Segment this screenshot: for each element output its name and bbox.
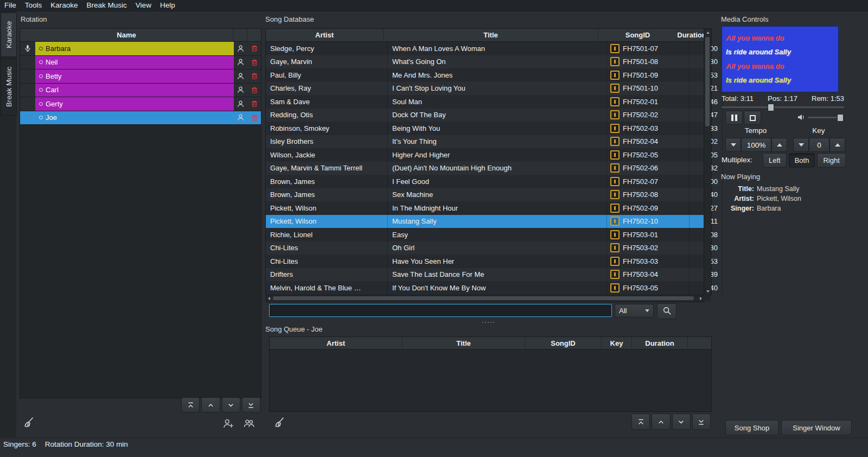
clear-queue-button[interactable] bbox=[271, 415, 289, 432]
rotation-row[interactable]: Joe bbox=[20, 111, 261, 125]
song-row[interactable]: Richie, LionelEasyFH7503-014:08 bbox=[266, 228, 704, 242]
scroll-right-icon[interactable] bbox=[700, 297, 702, 300]
songdb-column-duration[interactable]: Duration bbox=[678, 29, 706, 41]
scroll-up-icon[interactable] bbox=[704, 29, 711, 36]
song-row[interactable]: Sam & DaveSoul ManFH7502-012:46 bbox=[266, 95, 704, 109]
queue-column-title[interactable]: Title bbox=[403, 337, 525, 349]
menu-break-music[interactable]: Break Music bbox=[82, 0, 131, 11]
song-row[interactable]: Robinson, SmokeyBeing With YouFH7502-034… bbox=[266, 122, 704, 135]
scroll-left-icon[interactable] bbox=[268, 297, 270, 300]
key-value: 0 bbox=[809, 138, 829, 152]
song-shop-button[interactable]: Song Shop bbox=[725, 420, 778, 435]
menu-view[interactable]: View bbox=[131, 0, 156, 11]
song-row[interactable]: Gaye, MarvinWhat's Going OnFH7501-083:30 bbox=[266, 55, 704, 69]
rotation-column-name[interactable]: Name bbox=[20, 29, 233, 41]
song-row[interactable]: Pickett, WilsonIn The Midnight HourFH750… bbox=[266, 201, 704, 215]
queue-move-up-button[interactable] bbox=[652, 414, 670, 430]
singer-info-button[interactable] bbox=[234, 84, 247, 97]
tab-karaoke[interactable]: Karaoke bbox=[1, 12, 17, 57]
singer-delete-button[interactable] bbox=[247, 97, 261, 111]
rotation-row[interactable]: Barbara bbox=[20, 42, 261, 56]
scrollbar-thumb[interactable] bbox=[705, 37, 710, 126]
queue-column-key[interactable]: Key bbox=[602, 337, 632, 349]
rotation-row[interactable]: Betty bbox=[20, 69, 261, 84]
position-slider[interactable] bbox=[722, 103, 844, 111]
song-row[interactable]: Chi-LitesHave You Seen HerFH7503-034:53 bbox=[266, 255, 704, 268]
singer-info-button[interactable] bbox=[234, 42, 247, 55]
search-button[interactable] bbox=[657, 303, 676, 319]
rotation-move-bottom-button[interactable] bbox=[242, 397, 260, 412]
queue-column-songid[interactable]: SongID bbox=[525, 337, 602, 349]
now-playing-title: Mustang Sally bbox=[757, 185, 801, 193]
queue-column-artist[interactable]: Artist bbox=[270, 337, 403, 349]
song-row[interactable]: Charles, RayI Can't Stop Loving YouFH750… bbox=[266, 82, 704, 96]
singer-info-button[interactable] bbox=[234, 97, 247, 111]
search-scope-dropdown[interactable]: All bbox=[615, 304, 654, 318]
volume-slider[interactable] bbox=[808, 113, 843, 121]
slider-handle[interactable] bbox=[768, 104, 774, 111]
stop-button[interactable] bbox=[744, 111, 761, 125]
regular-singers-button[interactable] bbox=[240, 416, 258, 432]
rotation-row[interactable]: Neil bbox=[20, 56, 261, 70]
queue-move-buttons bbox=[631, 414, 711, 430]
rotation-move-top-button[interactable] bbox=[181, 397, 200, 412]
multiplex-both-button[interactable]: Both bbox=[789, 153, 815, 168]
search-input[interactable] bbox=[269, 304, 612, 317]
queue-move-bottom-button[interactable] bbox=[692, 414, 711, 430]
rotation-row[interactable]: Gerty bbox=[20, 97, 261, 111]
songdb-column-songid[interactable]: SongID bbox=[598, 29, 678, 41]
singer-delete-button[interactable] bbox=[247, 84, 261, 97]
singer-delete-button[interactable] bbox=[247, 42, 261, 55]
singer-info-button[interactable] bbox=[234, 56, 247, 69]
queue-move-down-button[interactable] bbox=[672, 414, 691, 430]
menu-help[interactable]: Help bbox=[156, 0, 180, 11]
queue-column-duration[interactable]: Duration bbox=[632, 337, 688, 349]
pause-button[interactable] bbox=[725, 111, 743, 125]
key-down-button[interactable] bbox=[793, 138, 809, 152]
slider-handle[interactable] bbox=[837, 114, 844, 122]
key-up-button[interactable] bbox=[829, 138, 845, 152]
multiplex-left-button[interactable]: Left bbox=[763, 153, 787, 168]
songdb-column-artist[interactable]: Artist bbox=[266, 29, 384, 41]
song-row[interactable]: Melvin, Harold & The Blue …If You Don't … bbox=[266, 281, 704, 295]
splitter-handle[interactable] bbox=[464, 321, 513, 324]
queue-move-top-button[interactable] bbox=[631, 414, 650, 430]
song-row[interactable]: Paul, BillyMe And Mrs. JonesFH7501-093:5… bbox=[266, 68, 704, 82]
singer-delete-button[interactable] bbox=[247, 69, 261, 83]
tempo-down-button[interactable] bbox=[725, 138, 741, 152]
singer-delete-button[interactable] bbox=[247, 111, 261, 125]
songdb-column-title[interactable]: Title bbox=[384, 29, 598, 41]
song-row[interactable]: Brown, JamesSex MachineFH7502-085:40 bbox=[266, 188, 704, 202]
menu-karaoke[interactable]: Karaoke bbox=[46, 0, 82, 11]
rotation-move-up-button[interactable] bbox=[201, 397, 220, 412]
singer-delete-button[interactable] bbox=[247, 56, 261, 69]
clear-rotation-button[interactable] bbox=[21, 415, 38, 432]
tab-break-music[interactable]: Break Music bbox=[1, 58, 17, 116]
song-row[interactable]: Isley BrothersIt's Your ThingFH7502-043:… bbox=[266, 135, 704, 149]
singer-info-button[interactable] bbox=[234, 69, 247, 83]
song-id: FH7502-03 bbox=[607, 122, 690, 135]
scroll-down-icon[interactable] bbox=[704, 288, 711, 295]
add-singer-button[interactable] bbox=[220, 416, 237, 432]
song-row[interactable]: DriftersSave The Last Dance For MeFH7503… bbox=[266, 268, 704, 282]
vertical-scrollbar[interactable] bbox=[704, 29, 711, 295]
rotation-move-down-button[interactable] bbox=[222, 397, 240, 412]
song-row[interactable]: Chi-LitesOh GirlFH7503-023:30 bbox=[266, 242, 704, 255]
song-artist: Brown, James bbox=[266, 175, 388, 188]
song-row[interactable]: Brown, JamesI Feel GoodFH7502-073:00 bbox=[266, 175, 704, 188]
song-row[interactable]: Sledge, PercyWhen A Man Loves A WomanFH7… bbox=[266, 42, 704, 55]
song-row[interactable]: Pickett, WilsonMustang SallyFH7502-103:1… bbox=[266, 215, 704, 228]
multiplex-right-button[interactable]: Right bbox=[817, 153, 845, 168]
rotation-row[interactable]: Carl bbox=[20, 84, 261, 98]
singer-info-button[interactable] bbox=[234, 111, 247, 125]
tempo-up-button[interactable] bbox=[771, 138, 787, 152]
song-id: FH7501-09 bbox=[607, 68, 690, 82]
song-row[interactable]: Redding, OtisDock Of The BayFH7502-022:4… bbox=[266, 109, 704, 122]
scrollbar-thumb[interactable] bbox=[273, 296, 694, 300]
menu-file[interactable]: File bbox=[0, 0, 21, 11]
horizontal-scrollbar[interactable] bbox=[266, 295, 704, 302]
singer-window-button[interactable]: Singer Window bbox=[781, 420, 852, 435]
song-row[interactable]: Gaye, Marvin & Tammi Terrell(Duet) Ain't… bbox=[266, 162, 704, 175]
song-row[interactable]: Wilson, JackieHigher And HigherFH7502-05… bbox=[266, 148, 704, 162]
menu-tools[interactable]: Tools bbox=[21, 0, 47, 11]
